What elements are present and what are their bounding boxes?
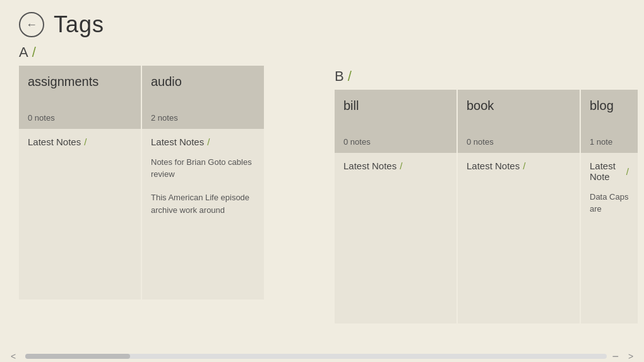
- tag-name-assignments: assignments: [28, 75, 132, 89]
- note-count-blog: 1 note: [590, 137, 629, 147]
- note-text-blog-0: Data Caps are: [590, 192, 628, 214]
- note-text-audio-0: Notes for Brian Goto cables review: [151, 157, 252, 179]
- section-b: B / bill 0 notes Latest Notes /: [335, 68, 644, 323]
- tag-name-bill: bill: [343, 99, 448, 113]
- latest-notes-slash-audio: /: [207, 136, 210, 147]
- latest-notes-slash-book: /: [523, 160, 525, 171]
- latest-notes-header-assignments: Latest Notes /: [28, 136, 132, 147]
- card-top-audio: audio 2 notes: [142, 66, 264, 129]
- note-count-audio: 2 notes: [151, 113, 255, 123]
- note-item-blog-0: Data Caps are: [590, 191, 629, 215]
- tag-name-audio: audio: [151, 75, 255, 89]
- note-text-audio-1: This American Life episode archive work …: [151, 193, 249, 214]
- page-title: Tags: [54, 11, 104, 38]
- section-b-header: B /: [335, 68, 644, 85]
- scrollbar-area: < − >: [0, 351, 644, 362]
- card-top-bill: bill 0 notes: [335, 90, 456, 153]
- latest-notes-label-bill: Latest Notes: [343, 160, 397, 171]
- section-b-wrapper: B / bill 0 notes Latest Notes /: [335, 68, 644, 330]
- card-bottom-blog: Latest Note / Data Caps are: [581, 153, 638, 323]
- card-bottom-book: Latest Notes /: [458, 153, 580, 323]
- note-count-assignments: 0 notes: [28, 113, 132, 123]
- latest-notes-label-book: Latest Notes: [467, 160, 520, 171]
- scroll-next-button[interactable]: >: [624, 349, 638, 362]
- card-bottom-audio: Latest Notes / Notes for Brian Goto cabl…: [142, 129, 264, 299]
- tag-card-book[interactable]: book 0 notes Latest Notes /: [458, 90, 580, 323]
- latest-notes-slash-assignments: /: [84, 136, 86, 147]
- scroll-prev-button[interactable]: <: [6, 349, 20, 362]
- section-a-header: A /: [19, 44, 625, 61]
- chevron-left-icon: <: [11, 351, 16, 361]
- tag-name-blog: blog: [590, 99, 629, 113]
- section-b-slash: /: [348, 68, 352, 85]
- note-count-bill: 0 notes: [343, 137, 448, 147]
- chevron-right-icon: >: [628, 351, 633, 361]
- tag-card-assignments[interactable]: assignments 0 notes Latest Notes /: [19, 66, 141, 299]
- card-top-blog: blog 1 note: [581, 90, 638, 153]
- card-bottom-assignments: Latest Notes /: [19, 129, 141, 299]
- latest-notes-header-book: Latest Notes /: [467, 160, 571, 171]
- scrollbar-track[interactable]: [25, 354, 607, 359]
- tag-card-audio[interactable]: audio 2 notes Latest Notes / Notes for B…: [142, 66, 264, 299]
- note-item-audio-1: This American Life episode archive work …: [151, 191, 255, 215]
- latest-notes-label-audio: Latest Notes: [151, 136, 204, 147]
- latest-notes-header-bill: Latest Notes /: [343, 160, 448, 171]
- card-top-assignments: assignments 0 notes: [19, 66, 141, 129]
- latest-notes-label-assignments: Latest Notes: [28, 136, 81, 147]
- latest-notes-slash-bill: /: [400, 160, 402, 171]
- page-header: ← Tags: [0, 0, 644, 44]
- minus-icon: −: [612, 350, 619, 363]
- section-b-cards: bill 0 notes Latest Notes / book 0 notes: [335, 90, 644, 323]
- section-a-letter: A: [19, 44, 28, 61]
- scrollbar-thumb[interactable]: [25, 354, 130, 359]
- tag-name-book: book: [467, 99, 571, 113]
- section-a-slash: /: [32, 44, 36, 61]
- latest-notes-slash-blog: /: [626, 166, 629, 177]
- latest-notes-header-audio: Latest Notes /: [151, 136, 255, 147]
- back-button[interactable]: ←: [19, 12, 44, 37]
- note-count-book: 0 notes: [467, 137, 571, 147]
- note-item-audio-0: Notes for Brian Goto cables review: [151, 156, 255, 180]
- latest-notes-header-blog: Latest Note /: [590, 160, 629, 182]
- back-arrow-icon: ←: [26, 19, 37, 30]
- section-b-letter: B: [335, 68, 344, 85]
- tag-card-bill[interactable]: bill 0 notes Latest Notes /: [335, 90, 456, 323]
- card-top-book: book 0 notes: [458, 90, 580, 153]
- card-bottom-bill: Latest Notes /: [335, 153, 456, 323]
- latest-notes-label-blog: Latest Note: [590, 160, 623, 182]
- tag-card-blog[interactable]: blog 1 note Latest Note / Data Caps are: [581, 90, 638, 323]
